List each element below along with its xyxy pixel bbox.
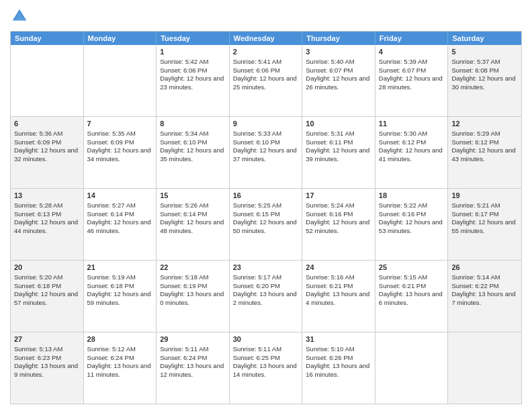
calendar-cell: 9Sunrise: 5:33 AM Sunset: 6:10 PM Daylig…	[230, 117, 303, 188]
calendar-cell: 1Sunrise: 5:42 AM Sunset: 6:06 PM Daylig…	[157, 45, 230, 116]
page: SundayMondayTuesdayWednesdayThursdayFrid…	[0, 0, 532, 411]
day-info: Sunrise: 5:33 AM Sunset: 6:10 PM Dayligh…	[233, 130, 297, 163]
calendar-week-4: 20Sunrise: 5:20 AM Sunset: 6:18 PM Dayli…	[11, 260, 521, 332]
day-number: 6	[14, 119, 80, 129]
calendar-cell: 23Sunrise: 5:17 AM Sunset: 6:20 PM Dayli…	[230, 261, 303, 332]
day-header-saturday: Saturday	[448, 32, 521, 45]
calendar-cell: 26Sunrise: 5:14 AM Sunset: 6:22 PM Dayli…	[448, 261, 521, 332]
calendar-cell	[448, 332, 521, 404]
day-number: 11	[379, 119, 445, 129]
day-number: 26	[451, 263, 518, 273]
day-header-sunday: Sunday	[11, 32, 84, 45]
day-info: Sunrise: 5:12 AM Sunset: 6:24 PM Dayligh…	[87, 345, 151, 378]
day-info: Sunrise: 5:15 AM Sunset: 6:21 PM Dayligh…	[379, 273, 443, 306]
day-header-friday: Friday	[375, 32, 449, 45]
day-number: 4	[379, 47, 445, 57]
day-info: Sunrise: 5:34 AM Sunset: 6:10 PM Dayligh…	[160, 130, 224, 163]
day-header-thursday: Thursday	[302, 32, 375, 45]
calendar-cell: 21Sunrise: 5:19 AM Sunset: 6:18 PM Dayli…	[84, 261, 157, 332]
day-info: Sunrise: 5:25 AM Sunset: 6:15 PM Dayligh…	[233, 201, 297, 234]
day-info: Sunrise: 5:21 AM Sunset: 6:17 PM Dayligh…	[451, 201, 515, 234]
day-number: 15	[160, 191, 226, 201]
day-number: 23	[233, 263, 299, 273]
day-info: Sunrise: 5:22 AM Sunset: 6:16 PM Dayligh…	[379, 201, 443, 234]
day-number: 20	[14, 263, 80, 273]
calendar-week-2: 6Sunrise: 5:36 AM Sunset: 6:09 PM Daylig…	[11, 116, 521, 188]
day-number: 29	[160, 334, 226, 345]
day-number: 25	[379, 263, 445, 273]
calendar-cell: 24Sunrise: 5:16 AM Sunset: 6:21 PM Dayli…	[302, 261, 375, 332]
calendar-cell	[375, 332, 449, 404]
day-number: 24	[306, 263, 371, 273]
day-info: Sunrise: 5:27 AM Sunset: 6:14 PM Dayligh…	[87, 201, 151, 234]
day-number: 3	[306, 47, 371, 57]
day-number: 8	[160, 119, 226, 129]
day-info: Sunrise: 5:37 AM Sunset: 6:08 PM Dayligh…	[451, 58, 515, 91]
header	[10, 7, 522, 26]
day-info: Sunrise: 5:17 AM Sunset: 6:20 PM Dayligh…	[233, 273, 297, 306]
day-info: Sunrise: 5:13 AM Sunset: 6:23 PM Dayligh…	[14, 345, 78, 378]
calendar-cell: 27Sunrise: 5:13 AM Sunset: 6:23 PM Dayli…	[11, 332, 84, 404]
day-info: Sunrise: 5:20 AM Sunset: 6:18 PM Dayligh…	[14, 273, 78, 306]
calendar-cell: 6Sunrise: 5:36 AM Sunset: 6:09 PM Daylig…	[11, 117, 84, 188]
calendar-cell: 19Sunrise: 5:21 AM Sunset: 6:17 PM Dayli…	[448, 189, 521, 260]
day-number: 16	[233, 191, 299, 201]
day-info: Sunrise: 5:19 AM Sunset: 6:18 PM Dayligh…	[87, 273, 151, 306]
calendar-cell: 25Sunrise: 5:15 AM Sunset: 6:21 PM Dayli…	[375, 261, 449, 332]
calendar-cell: 15Sunrise: 5:26 AM Sunset: 6:14 PM Dayli…	[157, 189, 230, 260]
calendar-cell: 16Sunrise: 5:25 AM Sunset: 6:15 PM Dayli…	[230, 189, 303, 260]
day-number: 1	[160, 47, 226, 57]
calendar-cell: 20Sunrise: 5:20 AM Sunset: 6:18 PM Dayli…	[11, 261, 84, 332]
day-info: Sunrise: 5:16 AM Sunset: 6:21 PM Dayligh…	[306, 273, 369, 306]
day-number: 28	[87, 334, 153, 345]
calendar-cell: 22Sunrise: 5:18 AM Sunset: 6:19 PM Dayli…	[157, 261, 230, 332]
day-number: 5	[451, 47, 518, 57]
day-header-tuesday: Tuesday	[157, 32, 230, 45]
day-info: Sunrise: 5:41 AM Sunset: 6:06 PM Dayligh…	[233, 58, 297, 91]
day-number: 17	[306, 191, 371, 201]
day-number: 21	[87, 263, 153, 273]
day-info: Sunrise: 5:24 AM Sunset: 6:16 PM Dayligh…	[306, 201, 369, 234]
calendar-cell: 5Sunrise: 5:37 AM Sunset: 6:08 PM Daylig…	[448, 45, 521, 116]
day-header-monday: Monday	[84, 32, 157, 45]
day-number: 7	[87, 119, 153, 129]
day-number: 27	[14, 334, 80, 345]
calendar-cell: 10Sunrise: 5:31 AM Sunset: 6:11 PM Dayli…	[302, 117, 375, 188]
calendar-cell: 3Sunrise: 5:40 AM Sunset: 6:07 PM Daylig…	[302, 45, 375, 116]
calendar-header: SundayMondayTuesdayWednesdayThursdayFrid…	[11, 32, 521, 45]
logo	[10, 7, 32, 26]
day-info: Sunrise: 5:35 AM Sunset: 6:09 PM Dayligh…	[87, 130, 151, 163]
calendar-cell: 13Sunrise: 5:28 AM Sunset: 6:13 PM Dayli…	[11, 189, 84, 260]
day-number: 19	[451, 191, 518, 201]
day-info: Sunrise: 5:18 AM Sunset: 6:19 PM Dayligh…	[160, 273, 224, 306]
day-info: Sunrise: 5:29 AM Sunset: 6:12 PM Dayligh…	[451, 130, 515, 163]
day-info: Sunrise: 5:40 AM Sunset: 6:07 PM Dayligh…	[306, 58, 369, 91]
calendar-cell: 17Sunrise: 5:24 AM Sunset: 6:16 PM Dayli…	[302, 189, 375, 260]
day-info: Sunrise: 5:30 AM Sunset: 6:12 PM Dayligh…	[379, 130, 443, 163]
calendar-cell: 18Sunrise: 5:22 AM Sunset: 6:16 PM Dayli…	[375, 189, 449, 260]
calendar-week-3: 13Sunrise: 5:28 AM Sunset: 6:13 PM Dayli…	[11, 188, 521, 260]
calendar-cell	[84, 45, 157, 116]
calendar-cell	[11, 45, 84, 116]
day-number: 31	[306, 334, 371, 345]
calendar-cell: 11Sunrise: 5:30 AM Sunset: 6:12 PM Dayli…	[375, 117, 449, 188]
day-number: 9	[233, 119, 299, 129]
calendar-cell: 4Sunrise: 5:39 AM Sunset: 6:07 PM Daylig…	[375, 45, 449, 116]
calendar-cell: 12Sunrise: 5:29 AM Sunset: 6:12 PM Dayli…	[448, 117, 521, 188]
calendar: SundayMondayTuesdayWednesdayThursdayFrid…	[10, 31, 522, 404]
day-header-wednesday: Wednesday	[230, 32, 303, 45]
calendar-cell: 14Sunrise: 5:27 AM Sunset: 6:14 PM Dayli…	[84, 189, 157, 260]
day-info: Sunrise: 5:42 AM Sunset: 6:06 PM Dayligh…	[160, 58, 224, 91]
calendar-cell: 7Sunrise: 5:35 AM Sunset: 6:09 PM Daylig…	[84, 117, 157, 188]
calendar-body: 1Sunrise: 5:42 AM Sunset: 6:06 PM Daylig…	[11, 45, 521, 404]
day-info: Sunrise: 5:11 AM Sunset: 6:25 PM Dayligh…	[233, 345, 297, 378]
day-number: 22	[160, 263, 226, 273]
calendar-cell: 31Sunrise: 5:10 AM Sunset: 6:26 PM Dayli…	[302, 332, 375, 404]
calendar-cell: 8Sunrise: 5:34 AM Sunset: 6:10 PM Daylig…	[157, 117, 230, 188]
calendar-week-1: 1Sunrise: 5:42 AM Sunset: 6:06 PM Daylig…	[11, 45, 521, 116]
day-number: 12	[451, 119, 518, 129]
day-info: Sunrise: 5:39 AM Sunset: 6:07 PM Dayligh…	[379, 58, 443, 91]
day-number: 10	[306, 119, 371, 129]
calendar-week-5: 27Sunrise: 5:13 AM Sunset: 6:23 PM Dayli…	[11, 332, 521, 404]
day-number: 14	[87, 191, 153, 201]
